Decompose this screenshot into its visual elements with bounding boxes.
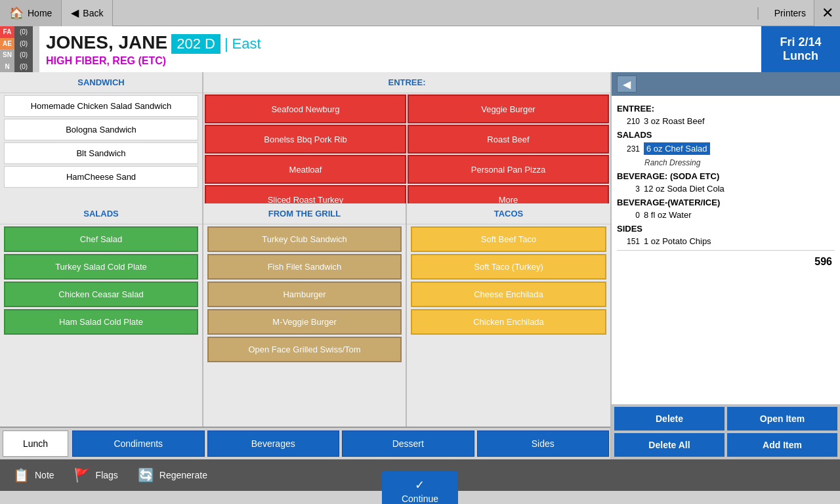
salad-item-2[interactable]: Turkey Salad Cold Plate — [4, 254, 198, 280]
tab-lunch[interactable]: Lunch — [3, 430, 68, 457]
panel-left-arrow[interactable]: ◀ — [617, 75, 637, 93]
panel-section-sides: SIDES 151 1 oz Potato Chips — [617, 224, 835, 247]
salad-item-3[interactable]: Chicken Ceasar Salad — [4, 282, 198, 307]
date-panel: Fri 2/14 Lunch — [761, 26, 840, 72]
panel-actions: Delete Open Item Delete All Add Item — [612, 404, 840, 459]
panel-section-beverage-soda: BEVERAGE: (SODA ETC) 3 12 oz Soda Diet C… — [617, 171, 835, 195]
entree-header: ENTREE: — [203, 72, 610, 93]
footer: 📋 Note 🚩 Flags 🔄 Regenerate ✓ Continue — [0, 459, 840, 491]
panel-salads-item-1[interactable]: 6 oz Chef Salad — [644, 142, 710, 155]
tab-beverages[interactable]: Beverages — [207, 430, 340, 457]
open-item-button[interactable]: Open Item — [727, 407, 837, 430]
patient-room: 202 D — [171, 34, 220, 54]
grill-section: FROM THE GRILL Turkey Club Sandwich Fish… — [203, 203, 407, 427]
flags-button[interactable]: 🚩 Flags — [74, 467, 118, 483]
sandwich-section: SANDWICH Homemade Chicken Salad Sandwich… — [0, 72, 203, 203]
panel-entree-item-1[interactable]: 3 oz Roast Beef — [644, 116, 705, 126]
entree-item-1[interactable]: Seafood Newburg — [205, 94, 406, 123]
home-icon: 🏠 — [9, 6, 24, 20]
flag-n: N — [0, 61, 14, 73]
flag-sn: SN — [0, 49, 14, 61]
entree-item-2[interactable]: Veggie Burger — [408, 94, 609, 123]
sandwich-header: SANDWICH — [0, 72, 202, 93]
home-button[interactable]: 🏠 Home — [0, 0, 62, 26]
taco-item-2[interactable]: Soft Taco (Turkey) — [411, 254, 606, 280]
separator-pipe: | — [224, 35, 228, 52]
tab-sides[interactable]: Sides — [477, 430, 610, 457]
meal-display: Lunch — [783, 49, 818, 63]
taco-item-1[interactable]: Soft Beef Taco — [411, 226, 606, 252]
grill-item-2[interactable]: Fish Filet Sandwich — [207, 254, 402, 280]
salads-header: SALADS — [0, 203, 202, 224]
patient-wing: East — [232, 35, 261, 52]
panel-content: ENTREE: 210 3 oz Roast Beef SALADS 231 6… — [612, 96, 840, 404]
panel-salads-sub-1: Ranch Dressing — [644, 158, 700, 167]
sandwich-item-3[interactable]: Blt Sandwich — [4, 142, 198, 164]
panel-section-salads: SALADS 231 6 oz Chef Salad Ranch Dressin… — [617, 130, 835, 169]
taco-item-4[interactable]: Chicken Enchilada — [411, 309, 606, 335]
panel-bev-soda-cal-1: 3 — [617, 184, 640, 194]
panel-bev-water-item-1[interactable]: 8 fl oz Water — [644, 210, 691, 220]
sandwich-item-2[interactable]: Bologna Sandwich — [4, 119, 198, 140]
back-button[interactable]: ◀ Back — [62, 0, 113, 26]
patient-diet: HIGH FIBER, REG (ETC) — [46, 55, 761, 67]
home-label: Home — [28, 8, 52, 18]
panel-salads-cal-1: 231 — [617, 144, 640, 154]
sandwich-item-4[interactable]: HamCheese Sand — [4, 166, 198, 188]
salad-item-1[interactable]: Chef Salad — [4, 226, 198, 252]
panel-sides-cal-1: 151 — [617, 237, 640, 246]
continue-button[interactable]: ✓ Continue — [382, 471, 458, 504]
order-panel: ◀ ENTREE: 210 3 oz Roast Beef SALADS 231… — [610, 72, 840, 459]
tacos-header: TACOS — [407, 203, 610, 224]
close-icon: ✕ — [822, 5, 833, 22]
back-label: Back — [83, 8, 103, 18]
sandwich-item-1[interactable]: Homemade Chicken Salad Sandwich — [4, 95, 198, 117]
panel-bev-water-title: BEVERAGE-(WATER/ICE) — [617, 198, 835, 207]
delete-all-button[interactable]: Delete All — [614, 433, 724, 457]
panel-bev-soda-item-1[interactable]: 12 oz Soda Diet Cola — [644, 184, 724, 194]
panel-sides-title: SIDES — [617, 224, 835, 234]
flags-icon: 🚩 — [74, 467, 91, 483]
grill-item-1[interactable]: Turkey Club Sandwich — [207, 226, 402, 252]
delete-button[interactable]: Delete — [614, 407, 724, 430]
printers-label: Printers — [774, 8, 806, 18]
panel-total: 596 — [617, 250, 835, 273]
panel-entree-cal-1: 210 — [617, 117, 640, 126]
regenerate-icon: 🔄 — [138, 467, 154, 483]
panel-bev-water-cal-1: 0 — [617, 211, 640, 220]
panel-sides-item-1[interactable]: 1 oz Potato Chips — [644, 236, 711, 246]
salad-item-4[interactable]: Ham Salad Cold Plate — [4, 309, 198, 335]
tab-condiments[interactable]: Condiments — [72, 430, 205, 457]
panel-section-entree: ENTREE: 210 3 oz Roast Beef — [617, 104, 835, 127]
grill-item-3[interactable]: Hamburger — [207, 282, 402, 307]
regenerate-button[interactable]: 🔄 Regenerate — [138, 467, 207, 483]
flag-ae: AE — [0, 38, 14, 50]
tab-dessert[interactable]: Dessert — [342, 430, 474, 457]
date-display: Fri 2/14 — [780, 35, 821, 49]
taco-item-3[interactable]: Cheese Enchilada — [411, 282, 606, 307]
entree-item-6[interactable]: Personal Pan Pizza — [408, 155, 609, 184]
panel-nav: ◀ — [612, 72, 840, 96]
note-label: Note — [35, 470, 54, 480]
panel-bev-soda-title: BEVERAGE: (SODA ETC) — [617, 171, 835, 181]
grill-item-4[interactable]: M-Veggie Burger — [207, 309, 402, 335]
grill-item-5[interactable]: Open Face Grilled Swiss/Tom — [207, 337, 402, 362]
panel-section-beverage-water: BEVERAGE-(WATER/ICE) 0 8 fl oz Water — [617, 198, 835, 221]
patient-name: JONES, JANE — [46, 32, 167, 53]
printers-button[interactable]: Printers — [766, 8, 814, 18]
check-icon: ✓ — [415, 478, 425, 492]
panel-salads-title: SALADS — [617, 130, 835, 140]
entree-item-5[interactable]: Meatloaf — [205, 155, 406, 184]
regenerate-label: Regenerate — [159, 470, 207, 480]
entree-section: ENTREE: Seafood Newburg Veggie Burger Bo… — [203, 72, 610, 203]
close-button[interactable]: ✕ — [814, 0, 840, 26]
back-icon: ◀ — [71, 7, 79, 19]
grill-header: FROM THE GRILL — [203, 203, 406, 224]
entree-item-4[interactable]: Roast Beef — [408, 125, 609, 154]
flag-fa: FA — [0, 26, 14, 38]
tacos-section: TACOS Soft Beef Taco Soft Taco (Turkey) … — [407, 203, 610, 427]
add-item-button[interactable]: Add Item — [727, 433, 837, 457]
continue-label: Continue — [402, 494, 438, 504]
entree-item-3[interactable]: Bonelss Bbq Pork Rib — [205, 125, 406, 154]
note-button[interactable]: 📋 Note — [13, 467, 54, 483]
